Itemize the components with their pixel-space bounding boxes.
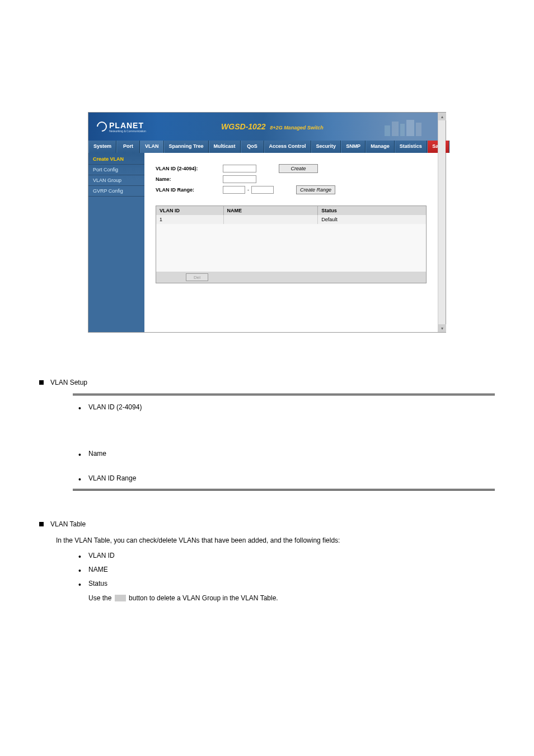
main-panel: VLAN ID (2-4094): Create Name: VLAN ID R… [144, 153, 438, 332]
svg-rect-0 [385, 125, 390, 136]
create-range-button[interactable]: Create Range [296, 185, 335, 194]
nav-spanning-tree[interactable]: Spanning Tree [164, 141, 209, 153]
list-item: Name [78, 449, 495, 459]
nav-vlan[interactable]: VLAN [140, 141, 164, 153]
th-name: NAME [224, 206, 318, 215]
vlan-range-end-input[interactable] [251, 186, 274, 194]
nav-qos[interactable]: QoS [241, 141, 264, 153]
sidebar-gvrp-config[interactable]: GVRP Config [88, 186, 144, 197]
skyline-decoration [382, 117, 432, 136]
table-empty-area [156, 224, 426, 272]
vlan-setup-list: VLAN ID (2-4094) [78, 402, 495, 413]
del-button-placeholder-icon [115, 595, 126, 601]
del-hint: Use the button to delete a VLAN Group in… [88, 593, 495, 604]
nav-multicast[interactable]: Multicast [209, 141, 241, 153]
divider [73, 489, 495, 491]
product-title: WGSD-1022 8+2G Managed Switch [221, 122, 324, 131]
section-vlan-table: VLAN Table [39, 519, 495, 530]
svg-rect-1 [392, 122, 399, 136]
app-banner: PLANET Networking & Communication WGSD-1… [88, 113, 438, 141]
list-item: VLAN ID [78, 550, 495, 561]
logo-subtext: Networking & Communication [109, 129, 146, 133]
vlan-id-label: VLAN ID (2-4094): [156, 166, 223, 171]
vlan-table-list: VLAN ID NAME Status [78, 550, 495, 590]
scroll-up-icon[interactable]: ▴ [438, 113, 446, 120]
svg-rect-3 [406, 120, 414, 136]
section-vlan-setup: VLAN Setup [39, 377, 495, 388]
name-label: Name: [156, 176, 223, 182]
product-subtitle: 8+2G Managed Switch [270, 125, 323, 130]
vlan-setup-list-2: Name [78, 449, 495, 459]
list-item: VLAN ID Range [78, 473, 495, 484]
cell-status: Default [318, 215, 426, 224]
logo-text: PLANET [109, 121, 144, 130]
nav-statistics[interactable]: Statistics [395, 141, 427, 153]
square-bullet-icon [39, 380, 44, 385]
vlan-setup-list-3: VLAN ID Range [78, 473, 495, 484]
th-vlanid: VLAN ID [156, 206, 224, 215]
nav-system[interactable]: System [88, 141, 116, 153]
vlan-id-input[interactable] [223, 165, 256, 172]
list-item: Status [78, 578, 495, 589]
range-dash: - [247, 187, 249, 193]
svg-rect-4 [416, 123, 421, 136]
cell-vlanid: 1 [156, 215, 224, 224]
scrollbar[interactable]: ▴ ▾ [438, 113, 446, 332]
nav-port[interactable]: Port [116, 141, 140, 153]
app-screenshot: ▴ ▾ PLANET Networking & Communication WG… [88, 112, 446, 333]
name-input[interactable] [223, 175, 256, 183]
table-row[interactable]: 1 Default [156, 215, 426, 224]
svg-rect-2 [400, 124, 405, 136]
table-footer: Del [156, 272, 426, 283]
delete-button[interactable]: Del [186, 273, 208, 281]
nav-security[interactable]: Security [311, 141, 341, 153]
th-status: Status [318, 206, 426, 215]
list-item: VLAN ID (2-4094) [78, 402, 495, 413]
nav-manage[interactable]: Manage [366, 141, 395, 153]
square-bullet-icon [39, 522, 44, 526]
main-navbar: System Port VLAN Spanning Tree Multicast… [88, 141, 438, 153]
nav-access-control[interactable]: Access Control [264, 141, 311, 153]
list-item: NAME [78, 564, 495, 575]
content-area: Create VLAN Port Config VLAN Group GVRP … [88, 153, 438, 332]
sidebar-port-config[interactable]: Port Config [88, 165, 144, 175]
document-body: VLAN Setup VLAN ID (2-4094) Name VLAN ID… [28, 349, 506, 625]
sidebar: Create VLAN Port Config VLAN Group GVRP … [88, 153, 144, 332]
scroll-down-icon[interactable]: ▾ [438, 324, 446, 332]
vlan-range-label: VLAN ID Range: [156, 187, 223, 193]
section2-desc: In the VLAN Table, you can check/delete … [56, 535, 495, 546]
table-header-row: VLAN ID NAME Status [156, 206, 426, 215]
sidebar-vlan-group[interactable]: VLAN Group [88, 175, 144, 186]
sidebar-create-vlan[interactable]: Create VLAN [88, 154, 144, 165]
cell-name [224, 215, 318, 224]
vlan-range-start-input[interactable] [223, 186, 245, 194]
logo: PLANET Networking & Communication [97, 120, 146, 133]
logo-icon [95, 119, 109, 133]
nav-snmp[interactable]: SNMP [341, 141, 366, 153]
vlan-form: VLAN ID (2-4094): Create Name: VLAN ID R… [156, 164, 427, 194]
vlan-table: VLAN ID NAME Status 1 Default Del [156, 206, 427, 283]
create-button[interactable]: Create [279, 164, 318, 173]
divider [73, 394, 495, 395]
